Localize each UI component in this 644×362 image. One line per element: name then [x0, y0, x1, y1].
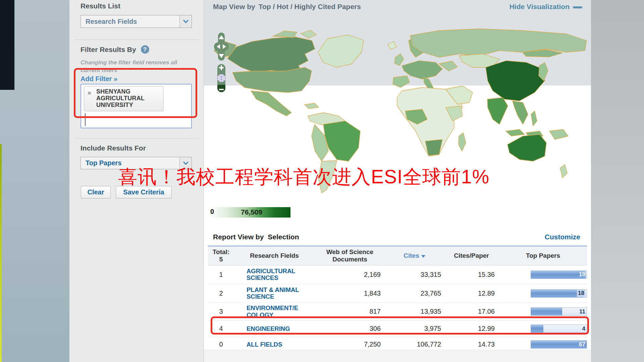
row-rank: 0 — [208, 341, 234, 348]
wos-value: 7,250 — [315, 341, 385, 348]
col-top-papers[interactable]: Top Papers — [499, 250, 587, 261]
legend-min-value: 0 — [210, 208, 214, 216]
panel-footer-strip — [204, 349, 591, 362]
filter-results-by-label: Filter Results By ? — [80, 45, 149, 54]
total-label: Total: — [209, 248, 233, 256]
col-research-fields[interactable]: Research Fields — [234, 250, 315, 261]
top-papers-bar: 11 — [531, 307, 587, 316]
map-legend: 0 76,509 — [209, 207, 290, 218]
cites-value: 13,935 — [385, 308, 444, 315]
customize-link[interactable]: Customize — [545, 233, 580, 241]
hide-visualization-link[interactable]: Hide Visualization — [509, 3, 582, 11]
cites-value: 33,315 — [385, 271, 444, 279]
background-yellow-strip — [0, 144, 2, 362]
map-view-title-prefix: Map View by — [213, 3, 255, 10]
map-view-title: Map View byTop / Hot / Highly Cited Pape… — [213, 3, 361, 11]
col-cites-sorted[interactable]: Cites — [385, 250, 444, 261]
sidebar-divider — [74, 138, 200, 139]
cites-per-paper-value: 15.36 — [444, 271, 499, 279]
include-results-select-value: Top Papers — [81, 159, 121, 167]
table-row[interactable]: 2 PLANT & ANIMAL SCIENCE 1,843 23,765 12… — [208, 284, 587, 303]
top-papers-bar: 19 — [531, 270, 587, 279]
legend-max-value: 76,509 — [241, 208, 262, 216]
report-title-value: Selection — [268, 233, 299, 241]
field-link[interactable]: AGRICULTURAL SCIENCES — [247, 268, 306, 282]
filter-results-by-text: Filter Results By — [80, 46, 136, 53]
table-row[interactable]: 1 AGRICULTURAL SCIENCES 2,169 33,315 15.… — [208, 265, 587, 284]
results-list-select-button[interactable] — [179, 15, 192, 27]
top-papers-count: 18 — [577, 290, 585, 297]
col-cites-per-paper[interactable]: Cites/Paper — [444, 250, 499, 261]
cites-per-paper-value: 17.06 — [444, 308, 499, 315]
report-header-bar: Report View bySelection Customize — [204, 228, 591, 246]
top-papers-count: 11 — [579, 308, 585, 315]
screenshot-stage: Results List Research Fields Filter Resu… — [0, 0, 644, 362]
zoom-control — [217, 64, 225, 92]
map-view-title-value: Top / Hot / Highly Cited Papers — [259, 3, 361, 10]
top-papers-bar: 67 — [531, 340, 587, 349]
map-controls[interactable] — [214, 32, 229, 96]
col-wos-documents[interactable]: Web of Science Documents — [315, 246, 385, 265]
include-results-label: Include Results For — [80, 144, 146, 152]
cites-per-paper-value: 14.73 — [444, 341, 499, 348]
annotation-box-engineering-row — [211, 316, 589, 335]
cites-value: 106,772 — [385, 341, 444, 348]
top-papers-count: 19 — [579, 271, 585, 278]
field-link[interactable]: PLANT & ANIMAL SCIENCE — [247, 287, 306, 300]
background-right-strip — [591, 0, 644, 362]
annotation-headline: 喜讯！我校工程学科首次进入ESI全球前1% — [118, 164, 489, 190]
row-rank: 3 — [208, 308, 234, 315]
top-papers-count: 67 — [579, 341, 585, 348]
sort-desc-icon — [421, 255, 425, 258]
hide-visualization-text: Hide Visualization — [509, 3, 570, 11]
report-table: Total: 5 Research Fields Web of Science … — [208, 246, 587, 352]
cites-value: 23,765 — [385, 290, 444, 297]
chevron-down-icon — [183, 20, 189, 23]
results-list-select-value: Research Fields — [81, 18, 137, 25]
row-rank: 1 — [208, 271, 234, 279]
cites-header-text: Cites — [404, 252, 419, 259]
wos-value: 817 — [315, 308, 385, 315]
table-header-row: Total: 5 Research Fields Web of Science … — [208, 246, 587, 265]
clear-button[interactable]: Clear — [81, 186, 111, 198]
annotation-box-filter — [74, 68, 197, 118]
total-value: 5 — [209, 256, 233, 263]
results-list-select[interactable]: Research Fields — [80, 15, 192, 28]
sidebar-divider — [74, 40, 200, 40]
report-title-prefix: Report View by — [213, 233, 264, 241]
wos-value: 2,169 — [315, 271, 385, 279]
help-icon[interactable]: ? — [141, 45, 149, 54]
pan-control — [214, 33, 229, 61]
cites-per-paper-value: 12.89 — [444, 290, 499, 297]
row-rank: 2 — [208, 290, 234, 297]
report-view-title: Report View bySelection — [213, 233, 299, 241]
col-total: Total: 5 — [208, 246, 234, 265]
minus-icon — [573, 6, 582, 8]
field-link[interactable]: ALL FIELDS — [247, 341, 282, 348]
wos-value: 1,843 — [315, 290, 385, 297]
background-dark-corner — [0, 0, 14, 90]
results-list-label: Results List — [80, 2, 120, 10]
top-papers-bar: 18 — [531, 289, 587, 298]
